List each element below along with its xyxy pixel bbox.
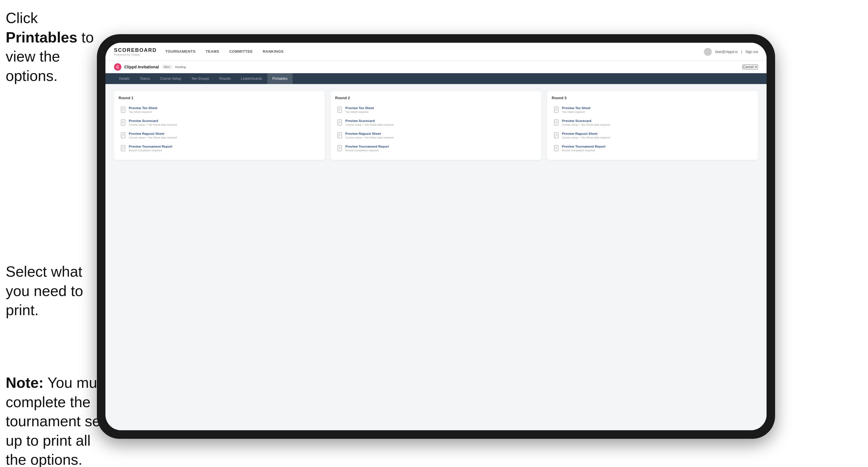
round-2-tournament-report[interactable]: Preview Tournament Report Round Completi…: [335, 143, 537, 154]
round-1-section: Round 1 Preview Tee Sheet Tee Sheet requ…: [114, 91, 325, 160]
document-icon: [337, 132, 343, 138]
tab-teams[interactable]: Teams: [135, 73, 155, 84]
document-icon: [553, 132, 559, 138]
round-1-tee-sheet-title: Preview Tee Sheet: [129, 106, 318, 110]
round-1-raguzzi-title: Preview Raguzzi Sheet: [129, 132, 318, 135]
sign-out-separator: |: [741, 50, 742, 54]
instruction-middle: Select what you need to print.: [6, 262, 97, 320]
round-3-raguzzi[interactable]: Preview Raguzzi Sheet Course setup + Tee…: [552, 130, 753, 141]
round-1-tournament-report-content: Preview Tournament Report Round Completi…: [129, 145, 318, 152]
round-3-title: Round 3: [552, 96, 753, 100]
tab-course-setup[interactable]: Course Setup: [155, 73, 186, 84]
header-right: blair@clippd.io | Sign out: [704, 48, 758, 56]
round-3-tee-sheet-subtitle: Tee Sheet required: [562, 110, 752, 114]
tab-leaderboards[interactable]: Leaderboards: [236, 73, 267, 84]
round-2-tournament-report-content: Preview Tournament Report Round Completi…: [345, 145, 535, 152]
round-1-scorecard[interactable]: Preview Scorecard Course setup + Tee She…: [119, 117, 320, 128]
round-3-tee-sheet[interactable]: Preview Tee Sheet Tee Sheet required: [552, 104, 753, 116]
nav-committee[interactable]: COMMITTEE: [229, 49, 253, 54]
tournament-status: Hosting: [175, 65, 186, 69]
document-icon: [120, 145, 126, 151]
instruction-top: Click Printables to view the options.: [6, 8, 97, 86]
scoreboard-title: SCOREBOARD: [114, 47, 157, 53]
round-3-tournament-report-title: Preview Tournament Report: [562, 145, 752, 148]
tab-tee-groups[interactable]: Tee Groups: [186, 73, 214, 84]
round-1-raguzzi[interactable]: Preview Raguzzi Sheet Course setup + Tee…: [119, 130, 320, 141]
tab-results[interactable]: Results: [214, 73, 236, 84]
document-icon: [120, 119, 126, 126]
round-2-raguzzi[interactable]: Preview Raguzzi Sheet Course setup + Tee…: [335, 130, 537, 141]
app-header: SCOREBOARD Powered by clippd TOURNAMENTS…: [105, 43, 767, 61]
document-icon: [553, 106, 559, 113]
round-1-tee-sheet-content: Preview Tee Sheet Tee Sheet required: [129, 106, 318, 114]
tab-nav: Details Teams Course Setup Tee Groups Re…: [105, 73, 767, 84]
tablet-screen: SCOREBOARD Powered by clippd TOURNAMENTS…: [105, 43, 767, 430]
round-2-tee-sheet-title: Preview Tee Sheet: [345, 106, 535, 110]
document-icon: [337, 106, 343, 113]
round-3-tournament-report-subtitle: Round Completion required: [562, 149, 752, 152]
tab-printables[interactable]: Printables: [267, 73, 293, 84]
round-1-title: Round 1: [119, 96, 320, 100]
tournament-name: Clippd Invitational: [124, 65, 159, 69]
document-icon: [337, 119, 343, 126]
round-2-scorecard-title: Preview Scorecard: [345, 119, 535, 123]
document-icon: [120, 132, 126, 138]
nav-tournaments[interactable]: TOURNAMENTS: [165, 49, 195, 54]
nav-rankings[interactable]: RANKINGS: [263, 49, 283, 54]
cancel-button[interactable]: Cancel ✕: [742, 64, 758, 69]
nav-teams[interactable]: TEAMS: [206, 49, 219, 54]
instruction-top-text: Click Printables to view the options.: [6, 10, 94, 84]
main-content: Round 1 Preview Tee Sheet Tee Sheet requ…: [105, 84, 767, 430]
round-2-scorecard[interactable]: Preview Scorecard Course setup + Tee She…: [335, 117, 537, 128]
round-3-raguzzi-title: Preview Raguzzi Sheet: [562, 132, 752, 135]
tab-details[interactable]: Details: [114, 73, 135, 84]
round-2-tournament-report-title: Preview Tournament Report: [345, 145, 535, 148]
round-1-scorecard-content: Preview Scorecard Course setup + Tee She…: [129, 119, 318, 126]
round-2-section: Round 2 Preview Tee Sheet Tee Sheet requ…: [331, 91, 541, 160]
sign-out-link[interactable]: Sign out: [745, 50, 758, 54]
round-3-raguzzi-subtitle: Course setup + Tee Sheet data required: [562, 136, 752, 139]
rounds-grid: Round 1 Preview Tee Sheet Tee Sheet requ…: [114, 91, 758, 160]
round-1-tee-sheet[interactable]: Preview Tee Sheet Tee Sheet required: [119, 104, 320, 116]
user-avatar: [704, 48, 712, 56]
round-2-raguzzi-title: Preview Raguzzi Sheet: [345, 132, 535, 135]
round-2-raguzzi-subtitle: Course setup + Tee Sheet data required: [345, 136, 535, 139]
round-1-tee-sheet-subtitle: Tee Sheet required: [129, 110, 318, 114]
round-2-tee-sheet-content: Preview Tee Sheet Tee Sheet required: [345, 106, 535, 114]
round-1-tournament-report[interactable]: Preview Tournament Report Round Completi…: [119, 143, 320, 154]
round-1-raguzzi-content: Preview Raguzzi Sheet Course setup + Tee…: [129, 132, 318, 139]
round-3-scorecard[interactable]: Preview Scorecard Course setup + Tee She…: [552, 117, 753, 128]
round-3-scorecard-title: Preview Scorecard: [562, 119, 752, 123]
tablet-frame: SCOREBOARD Powered by clippd TOURNAMENTS…: [97, 34, 775, 439]
round-3-section: Round 3 Preview Tee Sheet Tee Sheet requ…: [547, 91, 758, 160]
instruction-bottom-text: Note: You must complete the tournament s…: [6, 374, 110, 467]
round-3-tournament-report-content: Preview Tournament Report Round Completi…: [562, 145, 752, 152]
document-icon: [553, 145, 559, 151]
round-2-tee-sheet-subtitle: Tee Sheet required: [345, 110, 535, 114]
round-3-tee-sheet-title: Preview Tee Sheet: [562, 106, 752, 110]
tournament-header: C Clippd Invitational Men Hosting Cancel…: [105, 61, 767, 73]
scoreboard-logo: SCOREBOARD Powered by clippd: [114, 47, 157, 56]
round-2-tournament-report-subtitle: Round Completion required: [345, 149, 535, 152]
round-2-title: Round 2: [335, 96, 537, 100]
printables-bold: Printables: [6, 29, 77, 45]
instruction-middle-text: Select what you need to print.: [6, 263, 83, 318]
document-icon: [120, 106, 126, 113]
round-2-tee-sheet[interactable]: Preview Tee Sheet Tee Sheet required: [335, 104, 537, 116]
round-3-tournament-report[interactable]: Preview Tournament Report Round Completi…: [552, 143, 753, 154]
round-2-scorecard-subtitle: Course setup + Tee Sheet data required: [345, 123, 535, 126]
tournament-badge: Men: [162, 65, 172, 69]
scoreboard-sub: Powered by clippd: [114, 53, 157, 56]
round-3-scorecard-content: Preview Scorecard Course setup + Tee She…: [562, 119, 752, 126]
tournament-logo: C: [114, 63, 121, 71]
document-icon: [553, 119, 559, 126]
round-1-raguzzi-subtitle: Course setup + Tee Sheet data required: [129, 136, 318, 139]
main-nav: TOURNAMENTS TEAMS COMMITTEE RANKINGS: [165, 49, 704, 54]
round-1-scorecard-subtitle: Course setup + Tee Sheet data required: [129, 123, 318, 126]
round-3-scorecard-subtitle: Course setup + Tee Sheet data required: [562, 123, 752, 126]
round-1-tournament-report-subtitle: Round Completion required: [129, 149, 318, 152]
round-1-scorecard-title: Preview Scorecard: [129, 119, 318, 123]
round-3-tee-sheet-content: Preview Tee Sheet Tee Sheet required: [562, 106, 752, 114]
round-1-tournament-report-title: Preview Tournament Report: [129, 145, 318, 148]
document-icon: [337, 145, 343, 151]
